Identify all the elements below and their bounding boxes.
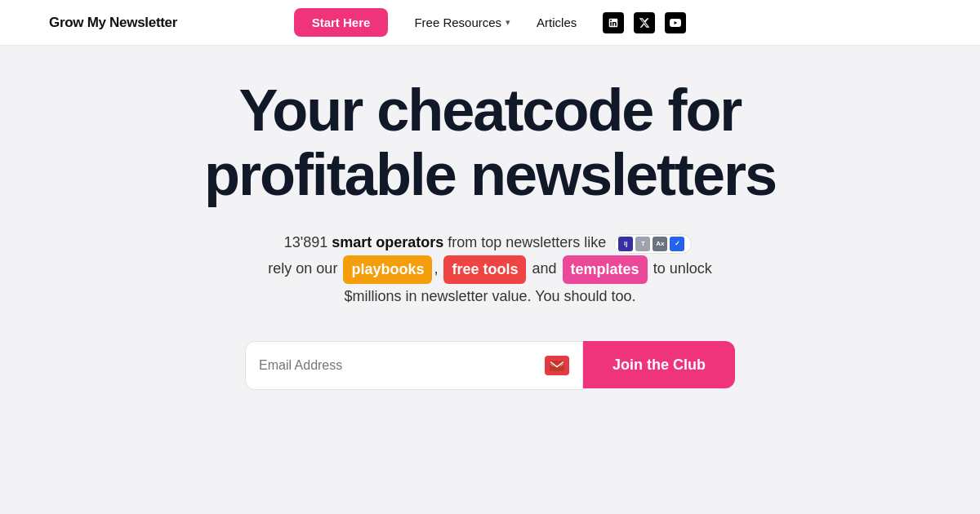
free-resources-menu[interactable]: Free Resources ▾ — [414, 16, 510, 29]
navbar: Grow My Newsletter Start Here Free Resou… — [0, 0, 980, 46]
social-icons — [603, 12, 686, 33]
join-club-button[interactable]: Join the Club — [583, 341, 735, 388]
main-content: Your cheatcode for profitable newsletter… — [0, 46, 980, 414]
badge-logo-3: Ax — [653, 237, 667, 251]
start-here-button[interactable]: Start Here — [294, 8, 389, 37]
free-tools-tag: free tools — [443, 255, 526, 284]
badge-logo-4: ✓ — [670, 237, 684, 251]
site-logo[interactable]: Grow My Newsletter — [49, 15, 177, 31]
email-input-wrapper — [245, 341, 583, 390]
youtube-icon[interactable] — [665, 12, 686, 33]
badge-logo-2: T — [635, 237, 650, 251]
hero-subtitle: 13'891 smart operators from top newslett… — [268, 230, 711, 308]
linkedin-icon[interactable] — [603, 12, 624, 33]
email-signup-form: Join the Club — [245, 341, 735, 390]
email-app-icon — [545, 356, 569, 375]
x-twitter-icon[interactable] — [634, 12, 655, 33]
articles-link[interactable]: Articles — [537, 16, 577, 29]
newsletter-logos-badge: lj T Ax ✓ — [614, 234, 692, 254]
smart-operators-text: smart operators — [332, 234, 443, 250]
hero-title: Your cheatcode for profitable newsletter… — [204, 78, 776, 207]
playbooks-tag: playbooks — [343, 255, 432, 284]
templates-tag: templates — [563, 255, 648, 284]
email-input[interactable] — [259, 342, 537, 389]
chevron-down-icon: ▾ — [506, 17, 510, 28]
badge-logo-1: lj — [618, 237, 633, 251]
free-resources-label: Free Resources — [414, 16, 501, 29]
